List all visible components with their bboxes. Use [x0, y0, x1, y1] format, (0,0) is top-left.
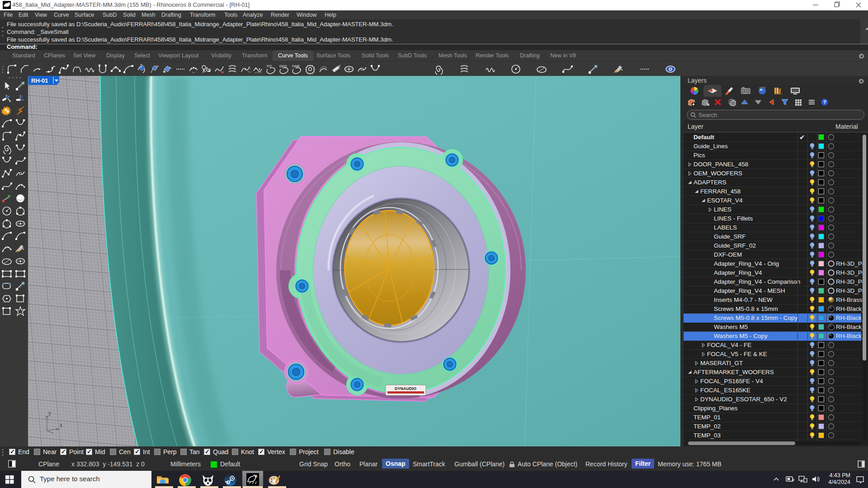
svg-text:DYNAUDIO: DYNAUDIO	[395, 386, 416, 391]
svg-text:x: x	[60, 422, 62, 428]
svg-text:RH-01: RH-01	[31, 77, 48, 84]
svg-text:y: y	[48, 410, 51, 416]
svg-text:?: ?	[823, 99, 826, 105]
svg-text:8: 8	[8, 2, 10, 5]
svg-text:8: 8	[255, 474, 257, 479]
